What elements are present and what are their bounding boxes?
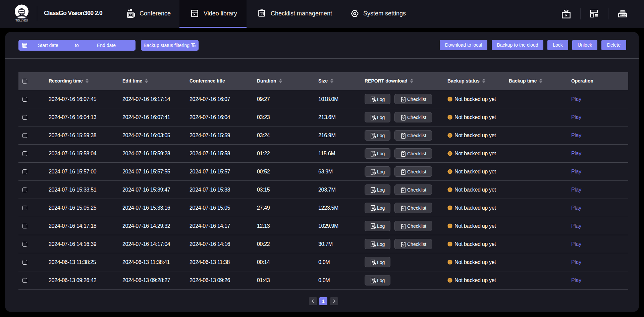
svg-text:TELLYES: TELLYES [15, 19, 28, 22]
